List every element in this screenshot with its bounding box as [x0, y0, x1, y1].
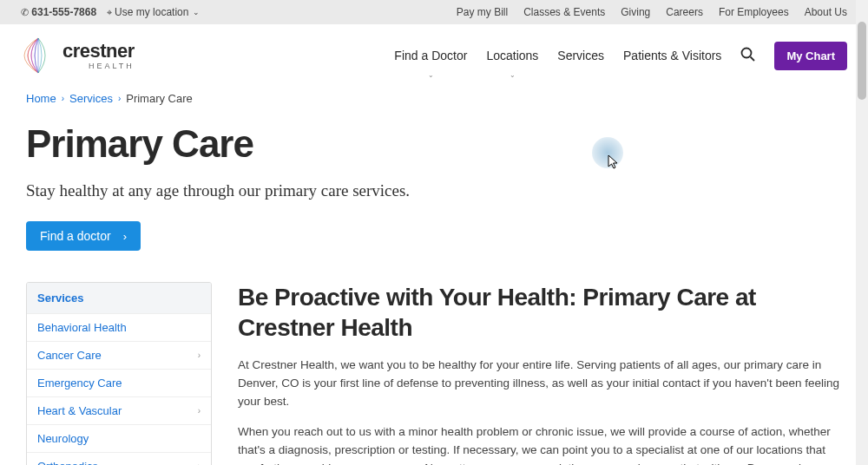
body-para-2: When you reach out to us with a minor he…	[238, 423, 842, 465]
page-title: Primary Care	[26, 122, 842, 166]
sidebar-item-label: Neurology	[37, 432, 89, 445]
util-link-about[interactable]: About Us	[805, 6, 847, 18]
main-content: Be Proactive with Your Health: Primary C…	[238, 282, 842, 465]
chevron-down-icon: ⌄	[510, 71, 516, 79]
chevron-right-icon: ›	[198, 462, 201, 465]
breadcrumb-services[interactable]: Services	[69, 92, 113, 105]
sidebar-item-orthopedics[interactable]: Orthopedics ›	[27, 452, 211, 465]
sidebar-item-neurology[interactable]: Neurology	[27, 424, 211, 452]
nav-find-doctor[interactable]: Find a Doctor ⌄	[394, 49, 467, 62]
utility-right: Pay my Bill Classes & Events Giving Care…	[457, 6, 847, 18]
chevron-right-icon: ›	[198, 406, 201, 416]
logo-icon	[21, 36, 56, 75]
chevron-down-icon: ⌄	[428, 71, 434, 79]
services-sidebar: Services Behavioral Health Cancer Care ›…	[26, 282, 212, 465]
page-subtitle: Stay healthy at any age through our prim…	[26, 181, 842, 200]
search-icon	[740, 47, 755, 62]
cta-label: Find a doctor	[40, 229, 111, 243]
nav-items: Find a Doctor ⌄ Locations ⌄ Services Pat…	[394, 42, 847, 70]
my-chart-button[interactable]: My Chart	[774, 42, 847, 70]
utility-bar: ✆ 631-555-7868 ⌖ Use my location ⌄ Pay m…	[0, 0, 868, 24]
nav-services[interactable]: Services	[557, 49, 604, 62]
nav-label: Patients & Visitors	[623, 49, 721, 62]
nav-patients[interactable]: Patients & Visitors	[623, 49, 721, 62]
util-link-employees[interactable]: For Employees	[719, 6, 789, 18]
body-para-1: At Crestner Health, we want you to be he…	[238, 357, 842, 411]
utility-left: ✆ 631-555-7868 ⌖ Use my location ⌄	[21, 6, 200, 18]
util-link-giving[interactable]: Giving	[621, 6, 650, 18]
location-label: Use my location	[115, 6, 188, 18]
util-link-pay[interactable]: Pay my Bill	[457, 6, 508, 18]
util-link-careers[interactable]: Careers	[666, 6, 703, 18]
chevron-right-icon: ›	[198, 350, 201, 360]
sidebar-item-emergency[interactable]: Emergency Care	[27, 369, 211, 396]
sidebar-item-label: Cancer Care	[37, 349, 102, 362]
search-button[interactable]	[740, 47, 755, 65]
chevron-down-icon: ⌄	[193, 8, 200, 16]
sidebar-header[interactable]: Services	[27, 283, 211, 313]
page-body: Home › Services › Primary Care Primary C…	[0, 83, 868, 465]
nav-label: Locations	[486, 49, 538, 62]
sidebar-item-label: Orthopedics	[37, 460, 98, 465]
util-link-classes[interactable]: Classes & Events	[523, 6, 605, 18]
svg-point-0	[742, 48, 752, 57]
breadcrumb: Home › Services › Primary Care	[26, 92, 842, 105]
sidebar-item-label: Behavioral Health	[37, 321, 127, 334]
main-nav: crestner HEALTH Find a Doctor ⌄ Location…	[0, 24, 868, 83]
chevron-right-icon: ›	[123, 230, 127, 243]
sidebar-item-behavioral[interactable]: Behavioral Health	[27, 313, 211, 341]
phone-icon: ✆	[21, 7, 29, 17]
sidebar-item-label: Emergency Care	[37, 377, 122, 390]
sidebar-item-heart[interactable]: Heart & Vascular ›	[27, 396, 211, 424]
scrollbar-track[interactable]	[856, 0, 868, 465]
logo-sub: HEALTH	[62, 62, 135, 70]
logo[interactable]: crestner HEALTH	[21, 36, 135, 75]
nav-locations[interactable]: Locations ⌄	[486, 49, 538, 62]
sidebar-item-label: Heart & Vascular	[37, 404, 122, 417]
phone-group[interactable]: ✆ 631-555-7868	[21, 6, 96, 18]
breadcrumb-current: Primary Care	[126, 92, 193, 105]
pin-icon: ⌖	[107, 7, 112, 18]
chevron-right-icon: ›	[118, 94, 121, 103]
nav-label: Services	[557, 49, 604, 62]
chevron-right-icon: ›	[62, 94, 64, 103]
nav-label: Find a Doctor	[394, 49, 467, 62]
content-row: Services Behavioral Health Cancer Care ›…	[26, 282, 842, 465]
use-location-link[interactable]: ⌖ Use my location ⌄	[107, 6, 200, 18]
logo-text: crestner HEALTH	[62, 42, 135, 70]
sidebar-item-cancer[interactable]: Cancer Care ›	[27, 341, 211, 369]
logo-name: crestner	[62, 42, 135, 61]
breadcrumb-home[interactable]: Home	[26, 92, 56, 105]
section-title: Be Proactive with Your Health: Primary C…	[238, 282, 842, 343]
phone-number: 631-555-7868	[31, 6, 96, 18]
scrollbar-thumb[interactable]	[858, 22, 866, 100]
svg-line-1	[751, 56, 755, 61]
find-doctor-button[interactable]: Find a doctor ›	[26, 221, 141, 251]
